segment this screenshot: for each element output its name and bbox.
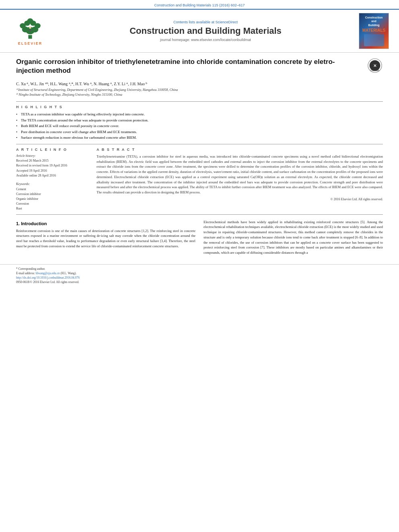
intro-para-2: Electrochemical methods have been widely… [204,220,383,255]
accepted-date: Accepted 19 April 2016 [16,169,88,173]
abstract-text: Triethylenetetramine (TETA), a corrosion… [97,154,383,195]
highlight-item-4: Pore distribution in concrete cover will… [16,129,383,135]
available-date: Available online 28 April 2016 [16,174,88,178]
article-title: Organic corrosion inhibitor of triethyle… [16,58,367,75]
page-footer: * Corresponding author. E-mail address: … [0,264,399,286]
abstract-label: A B S T R A C T [97,148,383,152]
journal-cover: Construction and Building MATERIALS [359,13,389,49]
intro-title: 1. Introduction [16,221,195,226]
article-info-col: A R T I C L E I N F O Article history: R… [16,148,88,211]
divider-1 [16,101,383,102]
authors-line: C. Xu ᵃ, W.L. Jin ᵃᵇ, H.L. Wang ᵃ,*, H.T… [16,82,383,86]
article-info-label: A R T I C L E I N F O [16,148,88,152]
intro-col-left: 1. Introduction Reinforcement corrosion … [16,220,195,255]
info-abstract-section: A R T I C L E I N F O Article history: R… [16,148,383,211]
cover-materials: MATERIALS [362,28,386,33]
svg-point-8 [27,18,33,24]
highlight-item-3: Both BIEM and ECE will reduce overall po… [16,123,383,129]
science-direct-line: Contents lists available at ScienceDirec… [56,20,355,24]
keyword-3: Organic inhibitor [16,197,88,201]
cover-text-3: Building [368,23,380,27]
intro-col-right: Electrochemical methods have been widely… [204,220,383,255]
svg-rect-0 [28,35,32,39]
keyword-1: Cement [16,187,88,192]
elsevier-logo: ELSEVIER [16,16,44,45]
keyword-2: Corrosion inhibitor [16,192,88,197]
journal-header: ELSEVIER Contents lists available at Sci… [0,9,399,53]
affiliations: ᵃ Institute of Structural Engineering, D… [16,88,383,97]
svg-text:CrossMark: CrossMark [370,70,380,72]
svg-text:✕: ✕ [373,64,376,68]
revised-date: Received in revised form 19 April 2016 [16,164,88,168]
crossmark-icon: ✕ CrossMark [367,58,383,73]
intro-section: 1. Introduction Reinforcement corrosion … [16,220,383,255]
highlight-item-2: The TETA concentration around the rebar … [16,117,383,123]
elsevier-logo-section: ELSEVIER [8,16,52,45]
journal-homepage: journal homepage: www.elsevier.com/locat… [56,38,355,42]
title-section: Organic corrosion inhibitor of triethyle… [16,58,383,78]
received-date: Received 26 March 2015 [16,159,88,163]
affiliation-a: ᵃ Institute of Structural Engineering, D… [16,88,383,92]
email-note: E-mail address: hlwang@zju.edu.cn (H.L. … [16,271,383,275]
copyright-line: © 2016 Elsevier Ltd. All rights reserved… [97,197,383,201]
elsevier-label: ELSEVIER [18,41,43,45]
highlight-item-5: Surface strength reduction is more obvio… [16,135,383,141]
page: Construction and Building Materials 115 … [0,0,399,532]
svg-point-9 [29,27,31,29]
intro-para-1: Reinforcement corrosion is one of the ma… [16,228,195,249]
highlights-list: TETA as a corrosion inhibitor was capabl… [16,111,383,141]
highlights-label: H I G H L I G H T S [16,105,383,109]
cover-text-1: Construction [365,16,383,19]
journal-title-section: Contents lists available at ScienceDirec… [56,20,355,42]
issn-line: 0950-0618/© 2016 Elsevier Ltd. All right… [16,280,383,284]
keywords-label: Keywords: [16,182,88,186]
keywords-section: Keywords: Cement Corrosion inhibitor Org… [16,182,88,211]
journal-cover-section: Construction and Building MATERIALS [359,13,391,49]
journal-title: Construction and Building Materials [56,26,355,36]
crossmark-badge[interactable]: ✕ CrossMark [367,58,383,74]
keyword-4: Corrosion [16,201,88,206]
article-history-label: Article history: [16,154,88,158]
divider-3 [16,214,383,215]
science-direct-link-text[interactable]: ScienceDirect [216,20,238,24]
email-link[interactable]: hlwang@zju.edu.cn [36,271,60,275]
journal-reference: Construction and Building Materials 115 … [0,0,399,9]
cover-text-2: and [371,19,376,23]
affiliation-b: ᵇ Ningbo Institute of Technology, Zhejia… [16,92,383,97]
keyword-5: Rust [16,206,88,211]
abstract-col: A B S T R A C T Triethylenetetramine (TE… [97,148,383,211]
divider-2 [16,144,383,144]
doi-line[interactable]: http://dx.doi.org/10.1016/j.conbuildmat.… [16,276,383,279]
elsevier-tree-icon [16,16,44,41]
article-content: Organic corrosion inhibitor of triethyle… [0,53,399,260]
corresponding-author-note: * Corresponding author. [16,267,383,271]
highlight-item-1: TETA as a corrosion inhibitor was capabl… [16,111,383,117]
